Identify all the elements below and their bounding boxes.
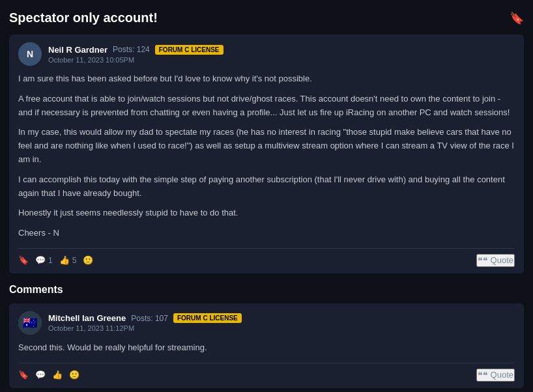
post-paragraph-1: I am sure this has been asked before but… (18, 72, 515, 86)
comment-share-button[interactable]: 🙂 (69, 370, 79, 380)
comment-body: Second this. Would be really helpful for… (18, 341, 515, 355)
post-paragraph-4: I can accomplish this today with the sim… (18, 173, 515, 201)
original-post-card: N Neil R Gardner Posts: 124 FORUM C LICE… (9, 35, 524, 273)
comment-share-icon: 🙂 (69, 370, 79, 380)
comment-quote-button[interactable]: ❝❝ Quote (476, 369, 515, 382)
page-container: Spectator only account! 🔖 N Neil R Gardn… (0, 0, 533, 392)
comment-action-icon: 💬 (35, 255, 46, 265)
post-body: I am sure this has been asked before but… (18, 72, 515, 240)
comment-actions: 🔖 💬 👍 🙂 (18, 370, 79, 380)
svg-text:N: N (27, 49, 33, 59)
comment-comment-button[interactable]: 💬 (35, 370, 46, 380)
comment-license-badge: FORUM C LICENSE (173, 313, 242, 323)
license-badge: FORUM C LICENSE (155, 45, 223, 55)
title-bar: Spectator only account! 🔖 (9, 10, 524, 25)
comments-section: Comments 🇦🇺 Mitchell Ian Greene Posts: 1… (9, 284, 524, 388)
comment-card: 🇦🇺 Mitchell Ian Greene Posts: 107 FORUM … (9, 303, 524, 388)
like-action-button[interactable]: 👍 5 (59, 255, 77, 265)
comment-action-button[interactable]: 💬 1 (35, 255, 53, 265)
bookmark-icon[interactable]: 🔖 (510, 11, 524, 25)
comment-avatar: 🇦🇺 (18, 311, 42, 335)
quote-label: Quote (491, 255, 513, 265)
comment-user-name-row: Mitchell Ian Greene Posts: 107 FORUM C L… (48, 313, 242, 323)
post-paragraph-5: Honestly it just seems needlessly stupid… (18, 206, 515, 220)
user-name-row: Neil R Gardner Posts: 124 FORUM C LICENS… (48, 45, 223, 55)
post-paragraph-3: In my case, this would allow my dad to s… (18, 126, 515, 166)
comment-like-button[interactable]: 👍 (52, 370, 63, 380)
comment-bookmark-icon: 🔖 (18, 370, 29, 380)
bookmark-action-icon: 🔖 (18, 255, 29, 265)
comment-quote-label: Quote (491, 370, 513, 380)
post-paragraph-2: A free account that is able to join/watc… (18, 92, 515, 120)
comment-count: 1 (48, 256, 53, 265)
share-action-icon: 🙂 (83, 255, 93, 265)
post-footer: 🔖 💬 1 👍 5 🙂 ❝❝ Quote (18, 248, 515, 267)
quote-icon: ❝❝ (478, 255, 488, 266)
avatar-image: N (18, 42, 42, 66)
bookmark-action-button[interactable]: 🔖 (18, 255, 29, 265)
comment-text: Second this. Would be really helpful for… (18, 341, 515, 355)
posts-info: Posts: 124 (113, 45, 150, 54)
page-title: Spectator only account! (9, 10, 158, 25)
post-actions: 🔖 💬 1 👍 5 🙂 (18, 255, 93, 265)
comment-footer: 🔖 💬 👍 🙂 ❝❝ Quote (18, 363, 515, 382)
comment-user-info: Mitchell Ian Greene Posts: 107 FORUM C L… (48, 313, 242, 332)
post-paragraph-6: Cheers - N (18, 227, 515, 240)
comment-username[interactable]: Mitchell Ian Greene (48, 313, 126, 323)
comment-posts-info: Posts: 107 (131, 314, 168, 323)
comment-timestamp: October 11, 2023 11:12PM (48, 324, 242, 332)
post-header: N Neil R Gardner Posts: 124 FORUM C LICE… (18, 42, 515, 66)
like-action-icon: 👍 (59, 255, 70, 265)
avatar: N (18, 42, 42, 66)
user-info: Neil R Gardner Posts: 124 FORUM C LICENS… (48, 45, 223, 64)
comments-title: Comments (9, 284, 524, 296)
username[interactable]: Neil R Gardner (48, 45, 108, 55)
comment-like-icon: 👍 (52, 370, 63, 380)
comment-header: 🇦🇺 Mitchell Ian Greene Posts: 107 FORUM … (18, 311, 515, 335)
comment-comment-icon: 💬 (35, 370, 46, 380)
like-count: 5 (72, 256, 77, 265)
quote-button[interactable]: ❝❝ Quote (476, 254, 515, 267)
share-action-button[interactable]: 🙂 (83, 255, 93, 265)
avatar-flag: 🇦🇺 (18, 311, 42, 335)
comment-quote-icon: ❝❝ (478, 370, 488, 380)
post-timestamp: October 11, 2023 10:05PM (48, 56, 223, 64)
comment-bookmark-button[interactable]: 🔖 (18, 370, 29, 380)
